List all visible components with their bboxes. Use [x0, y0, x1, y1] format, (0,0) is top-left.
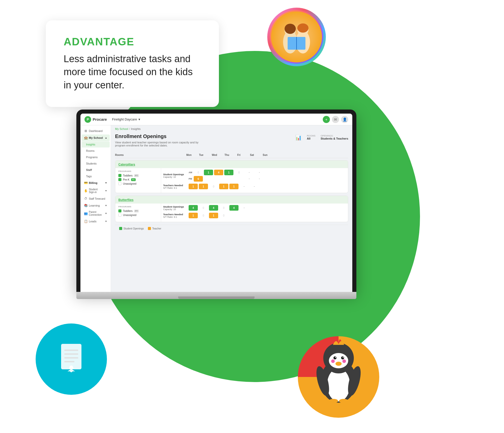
- sidebar-item-leads[interactable]: 📋 Leads ▼: [81, 218, 110, 225]
- people-photo-svg: [271, 11, 322, 62]
- col-fri: Fri: [237, 154, 250, 156]
- chart-icon-group: 📊: [295, 134, 302, 141]
- bf-student-row: Student Openings Capacity: 10 4 0 4: [163, 205, 346, 211]
- breadcrumb-school[interactable]: My School: [115, 127, 128, 130]
- sidebar-item-staff[interactable]: Staff: [81, 167, 110, 173]
- sidebar-item-rooms[interactable]: Rooms: [81, 148, 110, 154]
- user-button[interactable]: 👤: [341, 116, 348, 123]
- caterpillars-programs: PROGRAMS Toddlers PT Pre-: [115, 168, 161, 193]
- sidebar-label-rooms: Rooms: [86, 149, 94, 152]
- sidebar-item-timecard[interactable]: ⏱ Staff Timecard: [81, 195, 110, 202]
- laptop-base: [76, 292, 356, 299]
- sidebar-item-programs[interactable]: Programs: [81, 154, 110, 160]
- bf-cell-mon: 4: [189, 205, 198, 211]
- teacher-thu: 1: [219, 184, 228, 189]
- app-center[interactable]: Firelight Daycare ▾: [112, 117, 140, 121]
- sidebar-label-leads: Leads: [89, 220, 96, 223]
- sidebar-label-learning: Learning: [89, 204, 100, 207]
- col-sun: Sun: [263, 154, 275, 156]
- sidebar-item-tags[interactable]: Tags: [81, 173, 110, 179]
- openings-toggle-label: OPENINGS:: [320, 134, 348, 137]
- cell-sat-am: -: [245, 170, 254, 175]
- sidebar-item-myschool[interactable]: 🏫 My School ▲: [81, 134, 110, 141]
- bf-toddlers-check: [118, 209, 121, 212]
- svg-point-6: [297, 23, 309, 33]
- openings-toggle: OPENINGS: Students & Teachers: [320, 134, 348, 141]
- butterflies-programs: PROGRAMS Toddlers PT Unas: [115, 204, 161, 222]
- bf-cell-fri: 4: [229, 205, 239, 211]
- pm-row: PM 6: [189, 176, 264, 182]
- col-header-rooms: Rooms: [115, 154, 186, 156]
- cell-thu-am: 1: [224, 170, 233, 175]
- butterflies-header: Butterflies: [115, 196, 348, 204]
- cell-wed-am: 4: [214, 170, 223, 175]
- penguin-decoration: [295, 311, 382, 418]
- procare-logo-icon: P: [85, 116, 91, 123]
- svg-point-24: [331, 359, 335, 363]
- sidebar-label-students: Students: [86, 162, 96, 165]
- bf-teachers-row: Teachers Needed S/T Ratio: 6:1 1 0 1: [163, 213, 346, 218]
- signin-icon: ✋: [84, 189, 88, 193]
- breadcrumb-sep: /: [129, 127, 130, 130]
- school-icon: 🏫: [84, 136, 88, 140]
- bf-cell-sun: [250, 205, 259, 211]
- unassigned-check: [118, 182, 121, 185]
- advantage-label: ADVANTAGE: [64, 36, 201, 48]
- openings-toggle-value: Students & Teachers: [320, 137, 348, 140]
- sidebar-item-signin[interactable]: ✋ Student Sign-in ▼: [81, 186, 110, 195]
- sidebar-item-students[interactable]: Students: [81, 160, 110, 167]
- cell-fri-am: 0: [234, 170, 244, 175]
- sidebar-item-learning[interactable]: 📚 Learning ▼: [81, 202, 110, 209]
- prek-check: [118, 178, 121, 181]
- bf-teacher-sat: [240, 213, 249, 218]
- am-row: AM 0 1 4 1 0: [189, 170, 264, 175]
- sidebar-item-parentconnect[interactable]: 👥 Parent Connection ▼: [81, 209, 110, 218]
- parentconnect-icon: 👥: [84, 212, 88, 215]
- sidebar-item-insights[interactable]: Insights: [81, 141, 110, 147]
- cell-sun-am: -: [255, 170, 264, 175]
- caterpillars-teachers-row: Teachers Needed S/T Ratio: 6:1 1 1 0: [163, 184, 346, 189]
- procare-logo: P Procare: [85, 116, 107, 123]
- svg-point-3: [285, 24, 296, 34]
- room-butterflies: Butterflies PROGRAMS Toddlers PT: [115, 196, 348, 222]
- app-topbar: P Procare Firelight Daycare ▾ + ✉ 👤: [80, 114, 352, 125]
- bf-teacher-tue: 0: [199, 213, 208, 218]
- svg-point-29: [329, 399, 338, 403]
- bf-program-toddlers: Toddlers PT: [118, 209, 158, 212]
- add-button[interactable]: +: [323, 116, 330, 123]
- col-tue: Tue: [199, 154, 212, 156]
- breadcrumb: My School / Insights: [111, 125, 352, 131]
- toddlers-label: Toddlers: [123, 174, 133, 177]
- col-thu: Thu: [225, 154, 237, 156]
- timecard-icon: ⏱: [84, 197, 88, 200]
- photo-circle: [267, 8, 326, 66]
- cell-tue-pm: [204, 176, 213, 182]
- toddlers-check: [118, 174, 121, 177]
- sidebar-label-billing: Billing: [89, 181, 97, 184]
- caterpillars-name[interactable]: Caterpillars: [118, 163, 135, 166]
- legend-teacher-label: Teacher: [152, 227, 161, 230]
- unassigned-label: Unassigned: [123, 182, 136, 185]
- bf-unassigned-check: [118, 213, 121, 216]
- teachers-label: Teachers Needed S/T Ratio: 6:1: [163, 184, 189, 189]
- myschool-arrow: ▲: [105, 137, 107, 139]
- procare-name: Procare: [93, 117, 107, 121]
- sidebar-item-billing[interactable]: 💳 Billing ▼: [81, 180, 110, 186]
- document-icon-svg: [56, 341, 87, 377]
- advantage-text: Less administrative tasks and more time …: [64, 52, 201, 92]
- bf-cell-thu: 0: [219, 205, 228, 211]
- bf-teacher-cells: 1 0 1 0: [189, 213, 259, 218]
- legend-student: Student Openings: [119, 227, 144, 230]
- caterpillars-body: PROGRAMS Toddlers PT Pre-: [115, 168, 348, 193]
- sidebar-label-programs: Programs: [86, 156, 98, 159]
- mail-button[interactable]: ✉: [332, 116, 339, 123]
- sidebar-label-insights: Insights: [86, 143, 95, 146]
- sidebar-item-dashboard[interactable]: ⊞ Dashboard: [81, 128, 110, 134]
- parentconnect-arrow: ▼: [105, 212, 107, 215]
- col-sat: Sat: [250, 154, 263, 156]
- svg-point-23: [343, 357, 344, 358]
- cell-sun-pm: -: [255, 176, 264, 182]
- butterflies-name[interactable]: Butterflies: [118, 198, 133, 202]
- rooms-toggle-label: ROOMS: [307, 134, 315, 137]
- bf-cell-tue: 0: [199, 205, 208, 211]
